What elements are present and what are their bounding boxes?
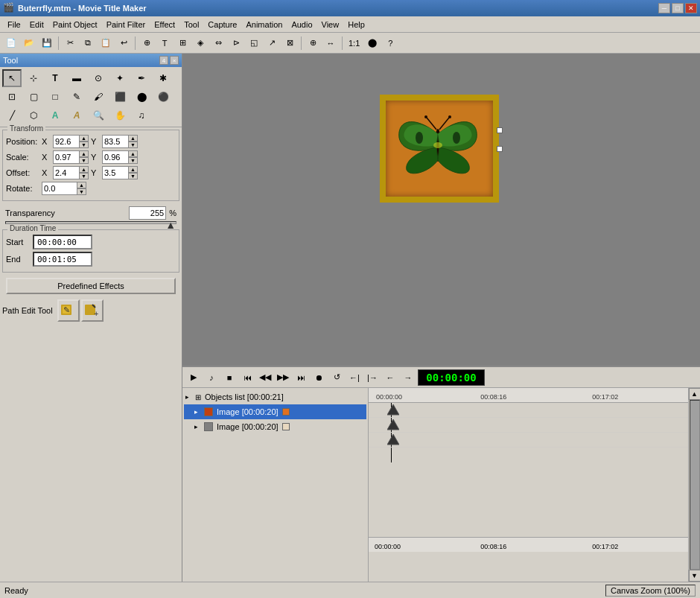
tl-back[interactable]: ◀◀ bbox=[257, 369, 273, 386]
toolbar-tool10[interactable]: ⊕ bbox=[305, 35, 321, 51]
toolbar-tool2[interactable]: T bbox=[156, 35, 173, 51]
expand-icon2[interactable]: ▸ bbox=[194, 408, 202, 416]
tool-pencil[interactable]: ✎ bbox=[67, 88, 86, 106]
tool-note[interactable]: ♫ bbox=[132, 106, 151, 124]
offset-x-up[interactable]: ▲ bbox=[79, 166, 89, 173]
expand-icon[interactable]: ▸ bbox=[185, 393, 193, 401]
tool-select[interactable]: ↖ bbox=[2, 69, 22, 87]
tool-fill[interactable]: ⬛ bbox=[110, 88, 130, 106]
toolbar-tool7[interactable]: ◱ bbox=[246, 35, 262, 51]
menu-file[interactable]: File bbox=[3, 19, 25, 31]
tool-star[interactable]: ✱ bbox=[153, 69, 173, 87]
panel-pin-button[interactable]: 4 bbox=[159, 56, 168, 65]
toolbar-paste[interactable]: 📋 bbox=[98, 35, 114, 51]
position-y-up[interactable]: ▲ bbox=[128, 135, 138, 141]
close-button[interactable]: ✕ bbox=[685, 3, 697, 13]
tool-brush[interactable]: 🖌 bbox=[89, 88, 108, 106]
tool-eyedropper[interactable]: ✒ bbox=[132, 69, 151, 87]
tool-move[interactable]: ⊹ bbox=[24, 69, 43, 87]
position-y-field[interactable]: ▲ ▼ bbox=[102, 135, 138, 148]
tool-clone[interactable]: ⬤ bbox=[132, 88, 151, 106]
scroll-down-btn[interactable]: ▼ bbox=[689, 570, 701, 582]
menu-tool[interactable]: Tool bbox=[179, 19, 203, 31]
offset-y-up[interactable]: ▲ bbox=[128, 166, 138, 173]
scale-x-down[interactable]: ▼ bbox=[79, 157, 89, 164]
offset-x-down[interactable]: ▼ bbox=[79, 173, 89, 179]
rotate-field[interactable]: ▲ ▼ bbox=[42, 182, 86, 195]
toolbar-open[interactable]: 📂 bbox=[21, 35, 37, 51]
menu-paint-object[interactable]: Paint Object bbox=[48, 19, 102, 31]
position-x-up[interactable]: ▲ bbox=[79, 135, 89, 141]
toolbar-undo[interactable]: ↩ bbox=[115, 35, 132, 51]
end-time-input[interactable] bbox=[33, 252, 92, 267]
tl-next[interactable]: ⏭ bbox=[293, 369, 309, 386]
canvas-area[interactable] bbox=[182, 54, 700, 366]
position-x-down[interactable]: ▼ bbox=[79, 141, 89, 148]
tool-hand[interactable]: ✋ bbox=[110, 106, 130, 124]
start-time-input[interactable] bbox=[33, 235, 92, 249]
obj-item-group[interactable]: ▸ ⊞ Objects list [00:00:21] bbox=[184, 389, 366, 404]
tl-loop[interactable]: ↺ bbox=[328, 369, 345, 386]
maximize-button[interactable]: □ bbox=[672, 3, 684, 13]
scale-x-up[interactable]: ▲ bbox=[79, 150, 89, 157]
tool-zoom[interactable]: 🔍 bbox=[89, 106, 108, 124]
resize-handle-right[interactable] bbox=[497, 146, 503, 152]
toolbar-tool4[interactable]: ◈ bbox=[192, 35, 209, 51]
menu-audio[interactable]: Audio bbox=[287, 19, 316, 31]
tool-rect[interactable]: ▬ bbox=[67, 69, 86, 87]
toolbar-help[interactable]: ? bbox=[382, 35, 398, 51]
tool-extra[interactable] bbox=[153, 106, 173, 124]
toolbar-tool6[interactable]: ⊳ bbox=[228, 35, 244, 51]
toolbar-save[interactable]: 💾 bbox=[39, 35, 55, 51]
tl-record[interactable]: ⏺ bbox=[311, 369, 327, 386]
predefined-effects-button[interactable]: Predefined Effects bbox=[6, 278, 176, 294]
tool-crop[interactable]: ▢ bbox=[24, 88, 43, 106]
butterfly-frame[interactable] bbox=[380, 95, 499, 203]
tool-transform[interactable]: ⊡ bbox=[2, 88, 22, 106]
obj-item-image1[interactable]: ▸ Image [00:00:20] bbox=[184, 404, 366, 419]
tool-lasso[interactable]: ⊙ bbox=[89, 69, 108, 87]
resize-handle-top-right[interactable] bbox=[497, 127, 503, 133]
panel-close-button[interactable]: × bbox=[170, 56, 179, 65]
toolbar-tool9[interactable]: ⊠ bbox=[281, 35, 298, 51]
scroll-up-btn[interactable]: ▲ bbox=[689, 388, 701, 400]
menu-animation[interactable]: Animation bbox=[241, 19, 287, 31]
offset-x-field[interactable]: ▲ ▼ bbox=[53, 166, 89, 179]
menu-edit[interactable]: Edit bbox=[25, 19, 48, 31]
scale-y-field[interactable]: ▲ ▼ bbox=[102, 150, 138, 164]
path-edit-icon1[interactable]: ✎ bbox=[57, 299, 80, 322]
menu-paint-filter[interactable]: Paint Filter bbox=[102, 19, 150, 31]
scroll-track[interactable] bbox=[690, 400, 700, 570]
tool-curve[interactable]: ⬡ bbox=[24, 106, 43, 124]
scale-y-down[interactable]: ▼ bbox=[128, 157, 138, 164]
toolbar-tool3[interactable]: ⊞ bbox=[174, 35, 191, 51]
scale-x-field[interactable]: ▲ ▼ bbox=[53, 150, 89, 164]
tool-wand[interactable]: ✦ bbox=[110, 69, 130, 87]
toolbar-tool8[interactable]: ↗ bbox=[264, 35, 280, 51]
tl-stop[interactable]: ■ bbox=[221, 369, 238, 386]
tool-eraser[interactable]: □ bbox=[45, 88, 65, 106]
toolbar-tool1[interactable]: ⊕ bbox=[139, 35, 155, 51]
position-x-field[interactable]: ▲ ▼ bbox=[53, 135, 89, 148]
offset-y-down[interactable]: ▼ bbox=[128, 173, 138, 179]
toolbar-tool11[interactable]: ↔ bbox=[322, 35, 339, 51]
tl-fwd[interactable]: ▶▶ bbox=[275, 369, 291, 386]
tl-prev[interactable]: ⏮ bbox=[239, 369, 255, 386]
tool-text[interactable]: T bbox=[45, 69, 65, 87]
tool-smudge[interactable]: ⚫ bbox=[153, 88, 173, 106]
offset-y-field[interactable]: ▲ ▼ bbox=[102, 166, 138, 179]
toolbar-tool5[interactable]: ⇔ bbox=[210, 35, 226, 51]
menu-capture[interactable]: Capture bbox=[203, 19, 241, 31]
tl-in[interactable]: ←| bbox=[346, 369, 363, 386]
transparency-input[interactable] bbox=[129, 206, 166, 220]
rotate-up[interactable]: ▲ bbox=[77, 182, 86, 188]
obj-item-image2[interactable]: ▸ Image [00:00:20] bbox=[184, 419, 366, 434]
position-y-down[interactable]: ▼ bbox=[128, 141, 138, 148]
tool-line[interactable]: ╱ bbox=[2, 106, 22, 124]
expand-icon3[interactable]: ▸ bbox=[194, 423, 202, 430]
menu-help[interactable]: Help bbox=[343, 19, 369, 31]
path-edit-icon2[interactable]: + bbox=[81, 299, 104, 322]
tl-music[interactable]: ♪ bbox=[203, 369, 220, 386]
toolbar-new[interactable]: 📄 bbox=[3, 35, 19, 51]
toolbar-cut[interactable]: ✂ bbox=[62, 35, 78, 51]
